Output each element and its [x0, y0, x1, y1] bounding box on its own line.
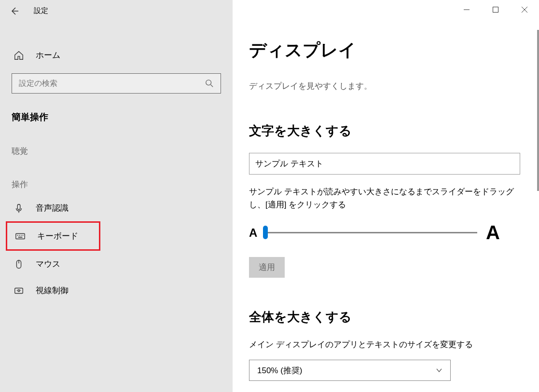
search-box[interactable] — [12, 73, 221, 94]
window-controls — [452, 0, 539, 19]
svg-rect-5 — [16, 233, 25, 239]
slider-thumb[interactable] — [263, 226, 268, 239]
sample-text-box: サンプル テキスト — [249, 153, 520, 175]
minimize-button[interactable] — [452, 0, 481, 19]
back-arrow-icon[interactable] — [10, 6, 19, 16]
sidebar-item-keyboard[interactable]: キーボード — [6, 221, 100, 251]
sidebar-item-label: 視線制御 — [36, 285, 69, 296]
scale-description: メイン ディスプレイのアプリとテキストのサイズを変更する — [249, 339, 527, 350]
mouse-icon — [14, 259, 24, 270]
sidebar-item-eye-control[interactable]: 視線制御 — [0, 277, 233, 304]
sidebar-item-label: マウス — [36, 258, 60, 270]
svg-line-2 — [211, 85, 213, 87]
maximize-button[interactable] — [481, 0, 510, 19]
scale-dropdown-value: 150% (推奨) — [257, 365, 303, 376]
home-icon — [14, 50, 24, 61]
svg-rect-13 — [15, 288, 23, 293]
sidebar-home[interactable]: ホーム — [0, 41, 233, 69]
eye-icon — [14, 285, 24, 296]
sidebar-item-speech[interactable]: 音声認識 — [0, 195, 233, 221]
keyboard-icon — [15, 231, 26, 242]
page-description: ディスプレイを見やすくします。 — [249, 81, 527, 92]
titlebar: 設定 — [0, 0, 233, 22]
close-button[interactable] — [510, 0, 539, 19]
window-title: 設定 — [34, 6, 48, 15]
svg-point-14 — [18, 290, 20, 292]
sidebar-category-interaction: 操作 — [0, 162, 233, 195]
sidebar-section-header: 簡単操作 — [0, 94, 233, 128]
page-title: ディスプレイ — [249, 39, 527, 62]
microphone-icon — [14, 203, 24, 214]
slider-max-label: A — [486, 222, 500, 243]
sidebar-item-label: キーボード — [37, 230, 78, 242]
scale-dropdown[interactable]: 150% (推奨) — [249, 360, 451, 381]
chevron-down-icon — [436, 367, 442, 374]
sidebar-item-label: 音声認識 — [36, 203, 69, 214]
text-size-slider[interactable] — [263, 232, 477, 233]
svg-point-1 — [206, 80, 211, 85]
sidebar-item-mouse[interactable]: マウス — [0, 251, 233, 277]
scrollbar[interactable] — [537, 30, 539, 191]
slider-min-label: A — [249, 226, 257, 240]
sidebar-home-label: ホーム — [36, 50, 60, 61]
apply-button[interactable]: 適用 — [249, 257, 285, 278]
text-size-slider-row: A A — [249, 222, 500, 243]
svg-rect-3 — [17, 204, 20, 209]
scale-heading: 全体を大きくする — [249, 309, 527, 325]
text-size-heading: 文字を大きくする — [249, 122, 527, 139]
slider-description: サンプル テキストが読みやすい大きさになるまでスライダーをドラッグし、[適用] … — [249, 185, 529, 211]
sidebar-category-hearing: 聴覚 — [0, 128, 233, 162]
content-area: ディスプレイ ディスプレイを見やすくします。 文字を大きくする サンプル テキス… — [233, 0, 539, 392]
search-icon — [205, 79, 214, 88]
settings-sidebar: 設定 ホーム 簡単操作 聴覚 操作 音声認識 キ — [0, 0, 233, 392]
search-input[interactable] — [19, 79, 205, 88]
svg-rect-16 — [493, 7, 498, 13]
